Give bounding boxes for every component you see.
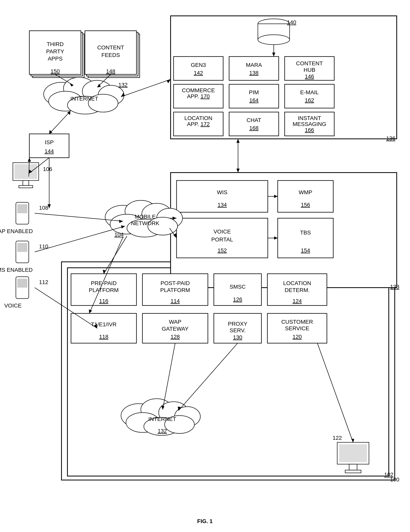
svg-rect-34 [345, 470, 361, 473]
voice-portal-ref: 152 [218, 247, 227, 254]
chat-box [229, 112, 279, 136]
internet-server-arrow-head [167, 79, 171, 83]
location-app-label: LOCATION [184, 115, 212, 121]
chat-ref: 168 [249, 125, 259, 131]
voice-phone-112: VOICE 112 [4, 277, 48, 309]
internet-isp-arrow [49, 111, 70, 134]
content-feeds-label: CONTENT [97, 44, 124, 51]
internet-label-bottom: INTERNET [148, 416, 176, 422]
wap-gateway-label: WAP [169, 319, 181, 325]
email-ref: 162 [305, 97, 314, 103]
content-feeds-label2: FEEDS [101, 52, 120, 58]
mobile-network-label2: NETWORK [131, 220, 159, 226]
svg-rect-28 [17, 243, 27, 252]
pim-ref: 164 [249, 97, 259, 103]
wmp-label: WMP [299, 189, 312, 195]
wap-phone-108: WAP ENABLED 108 [0, 202, 48, 234]
ref-112: 112 [39, 279, 48, 285]
postpaid-ref: 114 [171, 298, 180, 304]
proxy-serv-label: PROXY [228, 321, 247, 327]
svg-rect-30 [17, 279, 27, 288]
pim-box [229, 84, 279, 108]
wis-label: WIS [217, 189, 228, 195]
svg-rect-33 [349, 464, 357, 470]
customer-service-ref: 120 [293, 334, 302, 340]
commerce-app-label2: APP. 170 [187, 93, 210, 99]
content-hub-ref: 146 [305, 73, 314, 80]
prepaid-ref: 116 [99, 298, 108, 304]
customer-service-label: CUSTOMER [281, 319, 313, 325]
third-party-label3: APPS [48, 56, 63, 62]
gen3-ref: 142 [194, 70, 203, 76]
location-determ-ref: 124 [293, 298, 302, 304]
chat-label: CHAT [247, 117, 261, 123]
instant-msg-ref: 166 [305, 127, 314, 133]
smsc-label: SMSC [230, 284, 246, 290]
prepaid-label2: PLATFORM [89, 287, 119, 293]
database-bottom-140 [258, 35, 290, 45]
ref-133: 133 [390, 284, 400, 290]
isp-ref: 144 [45, 148, 54, 154]
instant-msg-label2: MESSAGING [293, 121, 326, 127]
commerce-app-label: COMMERCE [182, 87, 215, 94]
pim-label: PIM [249, 89, 259, 95]
figure-title: FIG. 1 [197, 518, 213, 524]
ref-122: 122 [333, 435, 342, 441]
mobile-network-label: MOBILE [135, 214, 156, 220]
location-determ-label: LOCATION [283, 280, 311, 286]
sms-phone-mobile-arrow [35, 226, 125, 252]
server-to-wis-arrow-head [237, 169, 240, 172]
internet-label-top: INTERNET [70, 96, 98, 102]
ref-108: 108 [39, 205, 48, 211]
wis-ref: 134 [218, 202, 227, 208]
customer-service-label2: SERVICE [285, 325, 309, 332]
postpaid-label2: PLATFORM [160, 287, 190, 293]
sms-phone-110: SMS ENABLED 110 [0, 241, 48, 273]
svg-rect-32 [339, 444, 367, 462]
content-hub-label: CONTENT [296, 60, 323, 66]
postpaid-label: POST-PAID [161, 280, 190, 286]
ref-104: 104 [114, 231, 124, 238]
email-box [285, 84, 334, 108]
ref-132-top: 132 [118, 82, 128, 88]
third-party-label2: PARTY [46, 48, 64, 55]
ref-132-bottom: 132 [158, 428, 167, 434]
content-feeds-ref: 148 [106, 68, 115, 74]
email-label: E-MAIL [300, 89, 319, 95]
server-to-wis-arrow-head2 [237, 139, 240, 143]
proxy-serv-ref: 130 [233, 334, 242, 340]
mara-ref: 138 [249, 70, 259, 76]
gen3-label: GEN3 [191, 62, 206, 68]
t1e1ivr-ref: 118 [99, 334, 108, 340]
location-determ-label2: DETERM. [285, 287, 310, 293]
wap-gateway-label2: GATEWAY [162, 326, 189, 332]
internet-server-arrow [121, 79, 171, 97]
third-party-label: THIRD [47, 41, 64, 47]
mara-box [229, 57, 279, 80]
ref-140: 140 [287, 19, 296, 25]
desktop-computer-106: 106 [13, 163, 52, 188]
voice-label: VOICE [4, 303, 21, 309]
third-party-ref: 150 [51, 68, 60, 74]
svg-rect-26 [17, 204, 27, 213]
sms-enabled-label: SMS ENABLED [0, 267, 33, 273]
svg-rect-24 [19, 185, 33, 188]
ref-106: 106 [43, 166, 52, 172]
instant-msg-label: INSTANT [298, 115, 321, 121]
internet-cloud-top: INTERNET 132 [44, 77, 128, 114]
proxy-serv-label2: SERV. [230, 327, 246, 333]
svg-rect-23 [23, 180, 29, 185]
ref-102: 102 [384, 472, 393, 478]
wap-gateway-ref: 128 [171, 334, 180, 340]
internet-isp-arrow-head2 [67, 111, 70, 115]
voice-portal-label2: PORTAL [211, 237, 233, 243]
svg-rect-22 [14, 164, 37, 179]
location-app-label2: APP. 172 [187, 121, 210, 127]
tbs-ref: 154 [301, 247, 310, 254]
desktop-isp-arrow-head2 [28, 158, 31, 162]
smsc-ref: 126 [233, 296, 242, 303]
diagram: 100 102 136 140 GEN3 142 MARA 138 CONTEN… [0, 0, 410, 532]
tbs-label: TBS [300, 229, 311, 236]
wmp-ref: 156 [301, 202, 310, 208]
gen3-box [173, 57, 223, 80]
